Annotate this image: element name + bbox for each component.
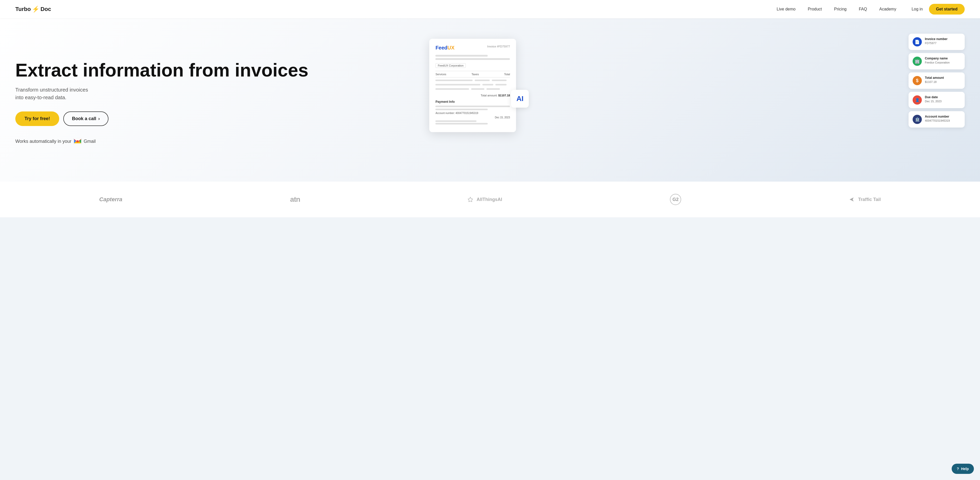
navbar: Turbo ⚡ Doc Live demo Product Pricing FA… <box>0 0 980 18</box>
due-date-line: Dec 15, 2023 <box>435 116 510 119</box>
account-number-content: Account number 4004770151945319 <box>925 115 950 122</box>
help-icon: ? <box>957 467 959 471</box>
gmail-label: Gmail <box>84 139 96 144</box>
allthingsai-icon <box>468 197 473 202</box>
get-started-button[interactable]: Get started <box>929 4 965 14</box>
company-name-content: Company name Feedux Corporation <box>925 57 950 64</box>
feedux-logo: FeedUX <box>435 45 454 51</box>
gmail-banner: Works automatically in your Gmail <box>15 138 414 144</box>
due-date-content: Due date Dec 15, 2023 <box>925 95 942 103</box>
col-services: Services <box>435 73 446 76</box>
invoice-number-card-label: Invoice number <box>925 37 948 41</box>
total-label: Total amount: <box>480 94 497 97</box>
account-number-icon: 🏦 <box>913 115 922 124</box>
nav-item-live-demo[interactable]: Live demo <box>776 7 795 11</box>
gmail-text: Works automatically in your <box>15 139 72 144</box>
nav-item-academy[interactable]: Academy <box>879 7 896 11</box>
info-card-due-date: 👤 Due date Dec 15, 2023 <box>908 92 965 108</box>
invoice-number-label: Invoice #FD75977 <box>487 45 510 48</box>
info-card-invoice-number: 📄 Invoice number FD75977 <box>908 34 965 50</box>
info-card-total-amount: $ Total amount $1107.18 <box>908 73 965 89</box>
nav-item-faq[interactable]: FAQ <box>859 7 867 11</box>
invoice-card: FeedUX Invoice #FD75977 FeedUX Corporati… <box>429 39 516 132</box>
account-number-line: Account number: 4004770151945319 <box>435 112 510 114</box>
login-button[interactable]: Log in <box>912 7 923 11</box>
account-number-card-value: 4004770151945319 <box>925 119 950 122</box>
book-call-button[interactable]: Book a call › <box>63 111 108 126</box>
logos-section: Capterra atn AllThingsAI G2 Traffic Tail <box>0 182 980 217</box>
hero-title: Extract information from invoices <box>15 61 414 80</box>
nav-actions: Log in Get started <box>912 4 965 14</box>
logo-traffic-tail: Traffic Tail <box>849 197 881 202</box>
logo[interactable]: Turbo ⚡ Doc <box>15 6 51 13</box>
hero-subtitle: Transform unstructured invoicesinto easy… <box>15 86 414 101</box>
logo-allthingsai: AllThingsAI <box>468 197 502 202</box>
total-value: $1107.18 <box>498 94 510 97</box>
traffic-tail-label: Traffic Tail <box>858 197 881 202</box>
logo-atn: atn <box>290 195 300 204</box>
line-1 <box>435 55 487 57</box>
book-call-arrow: › <box>98 116 100 121</box>
g2-label: G2 <box>673 197 679 202</box>
invoice-table-header: Services Taxes Total <box>435 71 510 78</box>
hero-section: Extract information from invoices Transf… <box>0 18 980 182</box>
info-cards: 📄 Invoice number FD75977 🏢 Company name … <box>908 34 965 128</box>
due-date-card-label: Due date <box>925 95 942 99</box>
company-name-card-value: Feedux Corporation <box>925 61 950 64</box>
total-amount-line: Total amount: $1107.18 <box>435 94 510 97</box>
hero-visual: FeedUX Invoice #FD75977 FeedUX Corporati… <box>414 34 965 171</box>
nav-item-pricing[interactable]: Pricing <box>834 7 846 11</box>
total-amount-icon: $ <box>913 76 922 85</box>
logo-bolt: ⚡ <box>32 6 40 13</box>
line-2 <box>435 58 510 60</box>
svg-marker-5 <box>468 197 473 202</box>
nav-links: Live demo Product Pricing FAQ Academy <box>776 7 896 11</box>
logo-g2: G2 <box>670 194 681 205</box>
account-number-card-label: Account number <box>925 115 950 118</box>
book-call-label: Book a call <box>72 116 96 121</box>
allthingsai-label: AllThingsAI <box>476 197 502 202</box>
total-amount-card-label: Total amount <box>925 76 944 79</box>
capterra-label: Capterra <box>99 196 122 203</box>
company-label: FeedUX Corporation <box>435 63 466 68</box>
help-label: Help <box>961 467 969 471</box>
invoice-rows <box>435 79 510 91</box>
g2-badge: G2 <box>670 194 681 205</box>
traffic-tail-icon <box>849 197 854 202</box>
logo-turbo: Turbo <box>15 6 31 13</box>
atn-label: atn <box>290 195 300 204</box>
ai-badge: AI <box>511 90 529 108</box>
invoice-header: FeedUX Invoice #FD75977 <box>435 45 510 51</box>
logo-doc: Doc <box>41 6 51 13</box>
info-card-company-name: 🏢 Company name Feedux Corporation <box>908 53 965 70</box>
invoice-number-icon: 📄 <box>913 37 922 46</box>
feedux-feed: Feed <box>435 45 447 51</box>
company-name-card-label: Company name <box>925 57 950 60</box>
row-2 <box>435 84 510 87</box>
hero-left: Extract information from invoices Transf… <box>15 61 414 145</box>
row-3 <box>435 88 510 91</box>
feedux-ux: UX <box>447 45 455 51</box>
payment-title: Payment Info <box>435 100 510 103</box>
svg-marker-6 <box>850 197 854 201</box>
row-1 <box>435 79 510 82</box>
invoice-number-content: Invoice number FD75977 <box>925 37 948 44</box>
invoice-number-card-value: FD75977 <box>925 41 948 44</box>
due-date-card-value: Dec 15, 2023 <box>925 100 942 103</box>
invoice-top-lines <box>435 55 510 60</box>
total-amount-content: Total amount $1107.18 <box>925 76 944 83</box>
logo-capterra: Capterra <box>99 196 122 203</box>
col-total: Total <box>504 73 510 76</box>
gmail-icon <box>73 138 82 144</box>
payment-section: Payment Info Account number: 40047701519… <box>435 100 510 124</box>
due-date-icon: 👤 <box>913 95 922 105</box>
info-card-account-number: 🏦 Account number 4004770151945319 <box>908 111 965 128</box>
try-free-button[interactable]: Try for free! <box>15 111 59 126</box>
nav-item-product[interactable]: Product <box>808 7 822 11</box>
company-name-icon: 🏢 <box>913 57 922 66</box>
ai-badge-label: AI <box>516 95 523 103</box>
col-taxes: Taxes <box>471 73 479 76</box>
total-amount-card-value: $1107.18 <box>925 80 944 83</box>
hero-buttons: Try for free! Book a call › <box>15 111 414 126</box>
help-button[interactable]: ? Help <box>952 464 974 474</box>
